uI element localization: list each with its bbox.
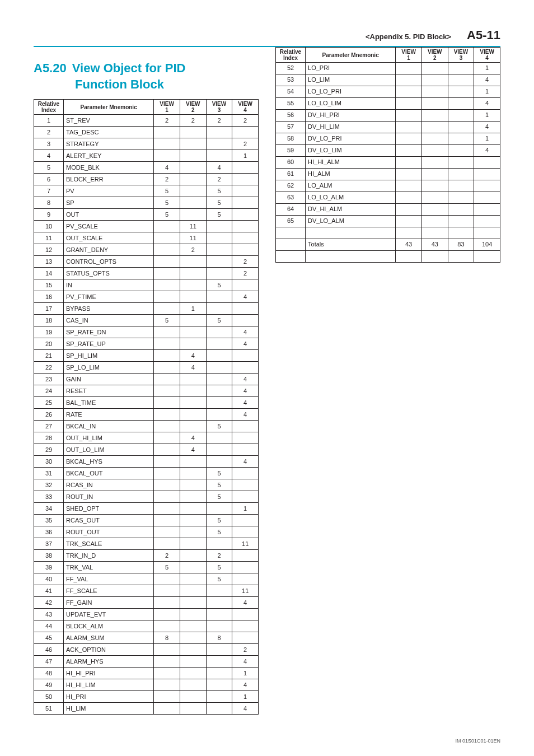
cell-v4 <box>232 468 259 479</box>
cell-v3: 83 <box>448 239 474 251</box>
cell-mnem <box>306 251 396 263</box>
cell-v4: 4 <box>232 597 259 609</box>
cell-v1 <box>154 385 180 397</box>
cell-v3 <box>206 538 232 550</box>
cell-v1 <box>396 98 422 110</box>
cell-v3 <box>448 251 474 263</box>
table-row: 44BLOCK_ALM <box>34 620 259 632</box>
cell-mnem: ALARM_SUM <box>64 632 154 644</box>
cell-mnem: OUT <box>64 209 154 221</box>
cell-v1 <box>154 409 180 421</box>
cell-v4: 11 <box>232 538 259 550</box>
table-row: 6BLOCK_ERR22 <box>34 174 259 185</box>
table-row: 8SP55 <box>34 197 259 209</box>
cell-v4: 4 <box>232 703 259 715</box>
th-view-3: VIEW3 <box>206 100 232 115</box>
cell-v1 <box>154 620 180 632</box>
cell-v4: 4 <box>474 74 500 86</box>
cell-v1 <box>154 150 180 162</box>
cell-v3 <box>206 303 232 315</box>
cell-idx: 28 <box>34 432 64 444</box>
table-row: 27BKCAL_IN5 <box>34 421 259 432</box>
table-row: 60HI_HI_ALM <box>276 157 500 169</box>
cell-v4: 2 <box>232 115 259 127</box>
cell-v1 <box>154 526 180 538</box>
cell-mnem: HI_HI_LIM <box>64 679 154 691</box>
cell-idx: 54 <box>276 86 306 98</box>
page-header: <Appendix 5. PID Block> A5-11 <box>34 28 500 47</box>
cell-v2 <box>421 169 448 180</box>
cell-v2 <box>180 456 206 468</box>
table-row: 52LO_PRI1 <box>276 63 500 74</box>
cell-v4 <box>232 279 259 291</box>
cell-v1 <box>154 456 180 468</box>
cell-v2: 43 <box>421 239 448 251</box>
section-title-line1: View Object for PID <box>72 61 186 75</box>
cell-idx: 31 <box>34 468 64 479</box>
cell-v2 <box>421 251 448 263</box>
cell-v1 <box>396 204 422 216</box>
cell-v4 <box>232 526 259 538</box>
cell-v4 <box>232 197 259 209</box>
cell-v4 <box>232 185 259 197</box>
cell-v1 <box>396 216 422 227</box>
cell-idx: 17 <box>34 303 64 315</box>
cell-mnem: BKCAL_HYS <box>64 456 154 468</box>
cell-idx: 64 <box>276 204 306 216</box>
table-row: 17BYPASS1 <box>34 303 259 315</box>
cell-v1 <box>396 180 422 192</box>
cell-v4 <box>232 573 259 585</box>
cell-idx: 11 <box>34 232 64 244</box>
cell-idx <box>276 239 306 251</box>
cell-v2 <box>180 397 206 409</box>
cell-v4: 2 <box>232 644 259 656</box>
cell-v3 <box>206 609 232 620</box>
cell-v3 <box>206 644 232 656</box>
cell-mnem: LO_LO_ALM <box>306 192 396 204</box>
cell-mnem: FF_SCALE <box>64 585 154 597</box>
cell-v4: 4 <box>474 122 500 133</box>
cell-idx: 50 <box>34 691 64 703</box>
cell-v2 <box>180 620 206 632</box>
cell-v1 <box>154 597 180 609</box>
cell-v3 <box>448 192 474 204</box>
table-row: 15IN5 <box>34 279 259 291</box>
table-row: 26RATE4 <box>34 409 259 421</box>
document-id: IM 01S01C01-01EN <box>455 738 500 744</box>
table-row: 63LO_LO_ALM <box>276 192 500 204</box>
cell-v2 <box>180 174 206 185</box>
cell-v1: 5 <box>154 562 180 573</box>
cell-v2: 11 <box>180 221 206 232</box>
table-row: 64DV_HI_ALM <box>276 204 500 216</box>
cell-idx: 1 <box>34 115 64 127</box>
table-row: 62LO_ALM <box>276 180 500 192</box>
cell-v4 <box>232 515 259 526</box>
table-row: 49HI_HI_LIM4 <box>34 679 259 691</box>
cell-mnem: TAG_DESC <box>64 127 154 138</box>
cell-v4: 4 <box>232 374 259 385</box>
cell-v4 <box>232 432 259 444</box>
cell-mnem: HI_PRI <box>64 691 154 703</box>
cell-idx: 65 <box>276 216 306 227</box>
cell-idx: 42 <box>34 597 64 609</box>
cell-mnem: SP_RATE_DN <box>64 326 154 338</box>
cell-v1 <box>154 268 180 279</box>
cell-idx: 3 <box>34 138 64 150</box>
table-row: 1ST_REV2222 <box>34 115 259 127</box>
cell-v2 <box>421 122 448 133</box>
cell-mnem: HI_HI_PRI <box>64 668 154 679</box>
cell-idx: 34 <box>34 503 64 515</box>
cell-v4 <box>474 169 500 180</box>
cell-v4: 1 <box>474 133 500 145</box>
cell-v4 <box>232 609 259 620</box>
cell-v3 <box>206 409 232 421</box>
cell-v1 <box>154 362 180 374</box>
cell-mnem: DV_LO_ALM <box>306 216 396 227</box>
cell-v4 <box>474 192 500 204</box>
table-row: 28OUT_HI_LIM4 <box>34 432 259 444</box>
table-row: 65DV_LO_ALM <box>276 216 500 227</box>
cell-v2 <box>180 526 206 538</box>
cell-v2 <box>180 668 206 679</box>
cell-v1: 2 <box>154 115 180 127</box>
th-view-1: VIEW1 <box>396 48 422 63</box>
